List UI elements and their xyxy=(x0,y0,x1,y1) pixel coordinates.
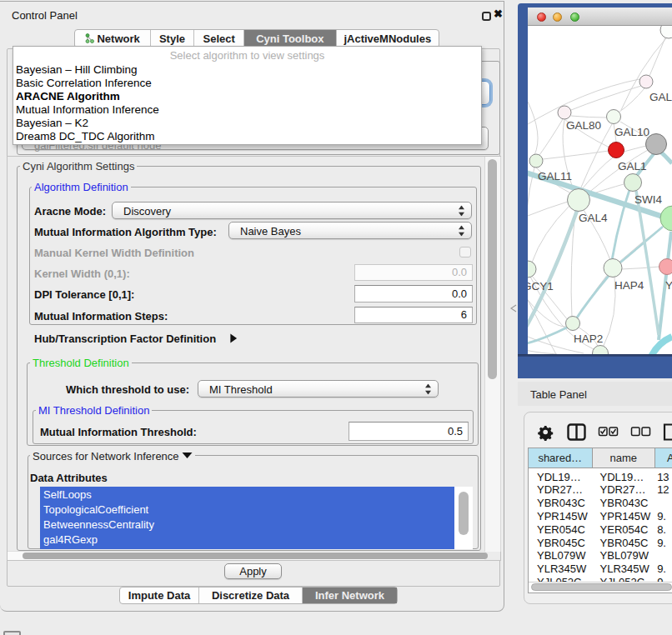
svg-text:SWI4: SWI4 xyxy=(634,193,662,206)
svg-text:GAL4: GAL4 xyxy=(579,212,608,224)
svg-text:GCY1: GCY1 xyxy=(528,280,554,292)
svg-text:HAP4: HAP4 xyxy=(614,279,644,292)
svg-text:HAP2: HAP2 xyxy=(574,332,603,345)
svg-text:GAL11: GAL11 xyxy=(538,170,572,182)
svg-text:GAL80: GAL80 xyxy=(566,119,601,132)
svg-text:Y: Y xyxy=(665,279,672,292)
svg-text:GAL10: GAL10 xyxy=(614,126,649,138)
svg-text:GAL1: GAL1 xyxy=(618,160,647,172)
svg-text:GAL2: GAL2 xyxy=(649,91,672,103)
